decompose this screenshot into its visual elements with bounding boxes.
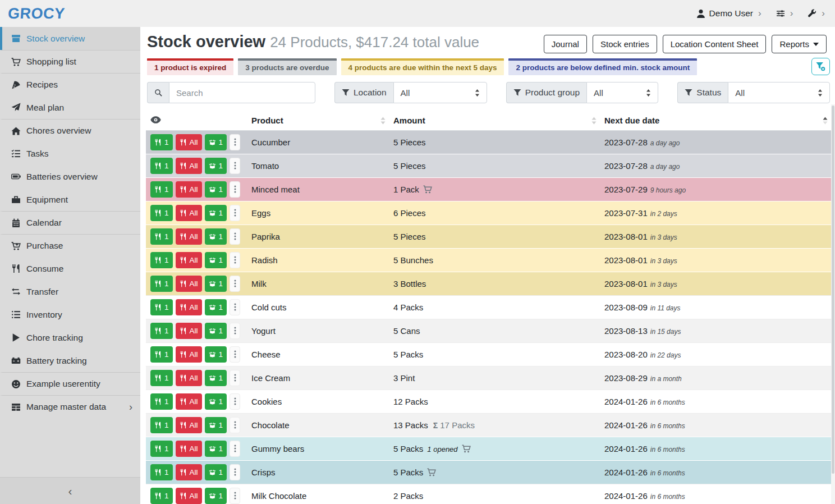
status-pill-expired[interactable]: 1 product is expired [147, 58, 233, 75]
consume-one-button[interactable]: 1 [150, 299, 173, 315]
location-content-sheet-button[interactable]: Location Content Sheet [663, 35, 767, 53]
sidebar-item-equipment[interactable]: Equipment [0, 188, 140, 211]
sidebar-item-example-userentity[interactable]: Example userentity [0, 372, 140, 395]
row-menu-button[interactable] [230, 134, 240, 150]
row-menu-button[interactable] [230, 346, 240, 363]
consume-one-button[interactable]: 1 [150, 181, 173, 198]
sidebar-item-battery-tracking[interactable]: Battery tracking [0, 349, 140, 372]
product-name[interactable]: Radish [247, 248, 389, 272]
sidebar-item-meal-plan[interactable]: Meal plan [0, 96, 140, 119]
location-select[interactable]: All [393, 82, 487, 103]
consume-all-button[interactable]: All [176, 441, 202, 457]
row-menu-button[interactable] [230, 441, 240, 457]
consume-one-button[interactable]: 1 [150, 252, 173, 268]
journal-button[interactable]: Journal [544, 35, 587, 53]
open-one-button[interactable]: 1 [205, 346, 227, 363]
consume-one-button[interactable]: 1 [150, 370, 173, 386]
consume-all-button[interactable]: All [176, 205, 202, 221]
product-name[interactable]: Tomato [247, 154, 389, 177]
status-pill-below-min[interactable]: 2 products are below defined min. stock … [508, 58, 697, 75]
column-header-amount[interactable]: Amount [389, 111, 600, 130]
row-menu-button[interactable] [230, 299, 240, 315]
status-pill-due-soon[interactable]: 4 products are due within the next 5 day… [341, 58, 504, 75]
product-name[interactable]: Crisps [247, 460, 389, 484]
product-group-select[interactable]: All [586, 82, 658, 103]
consume-all-button[interactable]: All [176, 181, 202, 198]
consume-all-button[interactable]: All [176, 346, 202, 363]
scrollbar-thumb[interactable] [832, 106, 834, 474]
product-name[interactable]: Chocolate [247, 413, 389, 437]
sidebar-item-recipes[interactable]: Recipes [0, 73, 140, 96]
open-one-button[interactable]: 1 [205, 228, 227, 245]
consume-one-button[interactable]: 1 [150, 346, 173, 363]
open-one-button[interactable]: 1 [205, 323, 227, 339]
product-name[interactable]: Paprika [247, 224, 389, 248]
admin-menu[interactable]: › [808, 8, 825, 19]
open-one-button[interactable]: 1 [205, 393, 227, 410]
product-name[interactable]: Milk Chocolate [247, 484, 389, 504]
sidebar-item-inventory[interactable]: Inventory [0, 303, 140, 326]
row-menu-button[interactable] [230, 488, 240, 504]
open-one-button[interactable]: 1 [205, 181, 227, 198]
consume-all-button[interactable]: All [176, 228, 202, 245]
row-menu-button[interactable] [230, 205, 240, 221]
consume-one-button[interactable]: 1 [150, 393, 173, 410]
open-one-button[interactable]: 1 [205, 299, 227, 315]
sidebar-item-batteries-overview[interactable]: Batteries overview [0, 165, 140, 188]
sidebar-item-manage-master-data[interactable]: Manage master data› [0, 395, 140, 418]
sidebar-item-stock-overview[interactable]: Stock overview [0, 27, 140, 50]
product-name[interactable]: Eggs [247, 201, 389, 224]
open-one-button[interactable]: 1 [205, 276, 227, 292]
open-one-button[interactable]: 1 [205, 370, 227, 386]
consume-all-button[interactable]: All [176, 370, 202, 386]
stock-entries-button[interactable]: Stock entries [593, 35, 657, 53]
sidebar-item-transfer[interactable]: Transfer [0, 280, 140, 303]
consume-one-button[interactable]: 1 [150, 464, 173, 480]
product-name[interactable]: Cold cuts [247, 295, 389, 319]
row-menu-button[interactable] [230, 370, 240, 386]
open-one-button[interactable]: 1 [205, 464, 227, 480]
consume-all-button[interactable]: All [176, 417, 202, 433]
row-menu-button[interactable] [230, 228, 240, 245]
product-name[interactable]: Cucumber [247, 130, 389, 154]
row-menu-button[interactable] [230, 323, 240, 339]
scrollbar[interactable] [831, 104, 835, 504]
app-logo[interactable]: GROCY [7, 5, 66, 22]
consume-all-button[interactable]: All [176, 158, 202, 174]
consume-one-button[interactable]: 1 [150, 228, 173, 245]
settings-menu[interactable]: › [776, 8, 793, 19]
consume-one-button[interactable]: 1 [150, 205, 173, 221]
consume-one-button[interactable]: 1 [150, 323, 173, 339]
open-one-button[interactable]: 1 [205, 417, 227, 433]
sidebar-item-tasks[interactable]: Tasks [0, 142, 140, 165]
consume-one-button[interactable]: 1 [150, 441, 173, 457]
consume-all-button[interactable]: All [176, 323, 202, 339]
row-menu-button[interactable] [230, 181, 240, 198]
row-menu-button[interactable] [230, 158, 240, 174]
product-name[interactable]: Cheese [247, 342, 389, 366]
column-header-product[interactable]: Product [247, 111, 389, 130]
column-header-next-due-date[interactable]: Next due date [600, 111, 831, 130]
open-one-button[interactable]: 1 [205, 252, 227, 268]
column-header-options[interactable] [146, 111, 247, 130]
row-menu-button[interactable] [230, 276, 240, 292]
consume-all-button[interactable]: All [176, 488, 202, 504]
clear-filters-button[interactable] [811, 58, 830, 75]
consume-one-button[interactable]: 1 [150, 488, 173, 504]
consume-all-button[interactable]: All [176, 252, 202, 268]
sidebar-item-consume[interactable]: Consume [0, 257, 140, 280]
status-pill-overdue[interactable]: 3 products are overdue [238, 58, 336, 75]
product-name[interactable]: Cookies [247, 390, 389, 413]
product-name[interactable]: Milk [247, 272, 389, 295]
open-one-button[interactable]: 1 [205, 158, 227, 174]
sidebar-item-shopping-list[interactable]: Shopping list [0, 50, 140, 73]
product-name[interactable]: Yogurt [247, 319, 389, 342]
consume-all-button[interactable]: All [176, 464, 202, 480]
user-menu[interactable]: Demo User › [696, 8, 761, 19]
consume-all-button[interactable]: All [176, 299, 202, 315]
consume-one-button[interactable]: 1 [150, 134, 173, 150]
search-input[interactable] [169, 82, 315, 103]
open-one-button[interactable]: 1 [205, 205, 227, 221]
consume-all-button[interactable]: All [176, 393, 202, 410]
product-name[interactable]: Gummy bears [247, 437, 389, 460]
